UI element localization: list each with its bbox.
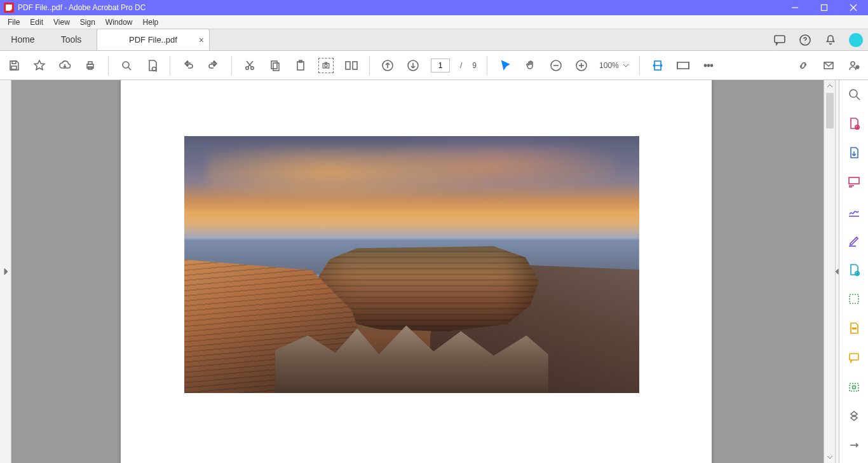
svg-rect-24: [346, 62, 350, 69]
menu-file[interactable]: File: [3, 15, 25, 29]
prev-page-button[interactable]: [380, 58, 395, 73]
zoom-value: 100%: [599, 61, 619, 70]
svg-point-38: [707, 64, 709, 66]
svg-rect-4: [775, 36, 785, 43]
clipboard-button[interactable]: [293, 58, 308, 73]
scroll-up-button[interactable]: [824, 80, 836, 92]
main-toolbar: / 9 100%: [0, 51, 868, 80]
more-tools-button[interactable]: [701, 58, 716, 73]
redo-button[interactable]: [206, 58, 221, 73]
zoom-out-button[interactable]: [548, 58, 564, 73]
svg-point-6: [804, 43, 805, 43]
pdf-page: [121, 80, 712, 463]
window-close-button[interactable]: [839, 0, 868, 15]
hand-tool-button[interactable]: [523, 58, 538, 73]
snapshot-button[interactable]: [318, 58, 334, 73]
notifications-icon[interactable]: [824, 33, 837, 47]
menu-edit[interactable]: Edit: [25, 15, 48, 29]
vertical-scrollbar[interactable]: [824, 80, 835, 463]
fit-width-button[interactable]: [650, 58, 665, 73]
svg-line-46: [857, 97, 860, 100]
window-maximize-button[interactable]: [810, 0, 839, 15]
sidebar-sign-icon[interactable]: [846, 204, 862, 219]
copy-format-button[interactable]: [268, 58, 283, 73]
tab-document-label: PDF File..pdf: [129, 35, 177, 45]
nav-pane-toggle[interactable]: [0, 80, 11, 463]
undo-button[interactable]: [180, 58, 196, 73]
svg-rect-50: [849, 177, 859, 184]
cut-button[interactable]: [242, 58, 257, 73]
find-button[interactable]: [119, 58, 134, 73]
window-title: PDF File..pdf - Adobe Acrobat Pro DC: [18, 3, 146, 12]
svg-point-39: [710, 64, 712, 66]
sidebar-protect-icon[interactable]: [846, 379, 862, 394]
page-total: 9: [472, 61, 477, 70]
tab-tools[interactable]: Tools: [46, 29, 97, 50]
page-separator: /: [460, 61, 462, 70]
selection-tool-button[interactable]: [498, 58, 513, 73]
tab-document-close-button[interactable]: ×: [199, 35, 204, 45]
svg-point-45: [850, 90, 857, 97]
help-icon[interactable]: [798, 33, 812, 47]
print-button[interactable]: [83, 58, 98, 73]
scan-ocr-button[interactable]: [144, 58, 159, 73]
sidebar-edit-pdf-icon[interactable]: [846, 262, 862, 277]
sidebar-create-pdf-icon[interactable]: [846, 116, 862, 131]
sidebar-fill-sign-icon[interactable]: [846, 233, 862, 248]
sidebar-redact-icon[interactable]: [846, 321, 862, 336]
acrobat-app-icon: [4, 3, 14, 13]
share-email-button[interactable]: [821, 58, 836, 73]
share-people-button[interactable]: [846, 58, 862, 73]
read-mode-button[interactable]: [675, 58, 691, 73]
star-button[interactable]: [32, 58, 47, 73]
sidebar-stamp-icon[interactable]: [846, 408, 862, 424]
svg-rect-59: [852, 328, 857, 329]
sidebar-comment-icon[interactable]: [846, 350, 862, 365]
page-number-input[interactable]: [431, 59, 450, 73]
tools-sidebar: [839, 80, 868, 463]
svg-point-41: [851, 62, 855, 66]
sidebar-combine-icon[interactable]: [846, 291, 862, 307]
menu-bar: File Edit View Sign Window Help: [0, 15, 868, 29]
svg-rect-10: [88, 62, 92, 64]
two-page-view-button[interactable]: [344, 58, 359, 73]
svg-rect-34: [677, 62, 689, 69]
next-page-button[interactable]: [405, 58, 421, 73]
save-button[interactable]: [6, 58, 22, 73]
svg-point-16: [251, 66, 254, 69]
svg-rect-19: [297, 62, 304, 70]
comments-icon[interactable]: [773, 33, 787, 47]
chevron-down-icon: [623, 62, 629, 69]
svg-rect-58: [850, 294, 858, 303]
share-link-button[interactable]: [796, 58, 811, 73]
sidebar-export-pdf-icon[interactable]: [846, 145, 862, 160]
menu-view[interactable]: View: [48, 15, 75, 29]
scroll-thumb[interactable]: [826, 93, 834, 128]
sidebar-search-icon[interactable]: [846, 86, 862, 102]
window-minimize-button[interactable]: [780, 0, 810, 15]
svg-point-12: [123, 62, 129, 68]
menu-window[interactable]: Window: [100, 15, 138, 29]
menu-sign[interactable]: Sign: [75, 15, 100, 29]
page-image: [184, 136, 639, 393]
svg-point-22: [325, 64, 327, 67]
svg-rect-18: [273, 63, 279, 71]
svg-rect-1: [822, 5, 827, 11]
menu-help[interactable]: Help: [138, 15, 164, 29]
svg-rect-7: [12, 61, 16, 64]
zoom-select[interactable]: 100%: [599, 61, 629, 70]
account-avatar[interactable]: [849, 33, 863, 47]
scroll-down-button[interactable]: [824, 452, 836, 463]
tab-home[interactable]: Home: [0, 29, 46, 50]
sidebar-organize-pages-icon[interactable]: [846, 174, 862, 190]
svg-point-62: [852, 386, 855, 389]
window-titlebar: PDF File..pdf - Adobe Acrobat Pro DC: [0, 0, 868, 15]
cloud-save-button[interactable]: [57, 58, 72, 73]
zoom-in-button[interactable]: [574, 58, 589, 73]
svg-line-13: [128, 67, 131, 70]
sidebar-more-icon[interactable]: [846, 438, 862, 453]
svg-rect-23: [325, 62, 327, 64]
tab-document[interactable]: PDF File..pdf ×: [97, 29, 210, 50]
document-viewer[interactable]: [11, 80, 824, 463]
tab-strip: Home Tools PDF File..pdf ×: [0, 29, 868, 51]
